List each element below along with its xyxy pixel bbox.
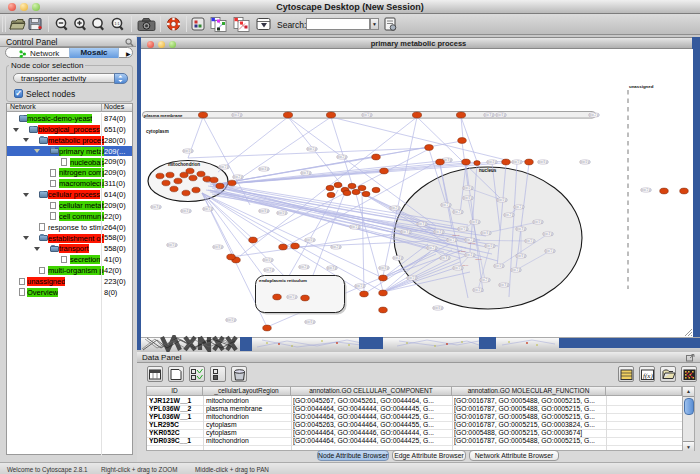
svg-text:nucleus: nucleus [479,168,497,173]
svg-text:(xxx 2 y): (xxx 2 y) [480,278,490,282]
svg-text:(xxx 6 y): (xxx 6 y) [433,306,443,310]
svg-text:(xxx 5 y): (xxx 5 y) [287,295,297,299]
svg-text:(xxx 4 y): (xxx 4 y) [487,160,497,164]
svg-text:(xxx 6 y): (xxx 6 y) [259,209,269,213]
svg-text:(xxx 2 y): (xxx 2 y) [337,155,347,159]
svg-text:(xxx 3 y): (xxx 3 y) [417,222,427,226]
svg-text:(xxx 0 y): (xxx 0 y) [226,318,236,322]
svg-text:(xxx 0 y): (xxx 0 y) [580,160,590,164]
svg-text:(xxx 6 y): (xxx 6 y) [463,196,473,200]
svg-text:(xxx 6 y): (xxx 6 y) [470,220,480,224]
svg-text:(xxx 3 y): (xxx 3 y) [301,171,311,175]
svg-text:(xxx 1 y): (xxx 1 y) [350,225,360,229]
svg-text:(xxx 1 y): (xxx 1 y) [219,165,229,169]
svg-text:(xxx 2 y): (xxx 2 y) [427,246,437,250]
svg-text:(xxx 4 y): (xxx 4 y) [379,266,389,270]
svg-text:(xxx 5 y): (xxx 5 y) [362,113,372,117]
svg-text:(xxx 4 y): (xxx 4 y) [259,167,269,171]
svg-text:(xxx 4 y): (xxx 4 y) [434,230,444,234]
svg-text:(xxx 0 y): (xxx 0 y) [305,238,315,242]
svg-text:(xxx 0 y): (xxx 0 y) [533,220,543,224]
svg-text:(xxx 5 y): (xxx 5 y) [525,239,535,243]
svg-text:(xxx 3 y): (xxx 3 y) [499,283,509,287]
svg-text:(xxx 4 y): (xxx 4 y) [465,253,475,257]
svg-text:mitochondrion: mitochondrion [168,162,200,167]
svg-text:(xxx 4 y): (xxx 4 y) [181,209,191,213]
svg-text:(xxx 0 y): (xxx 0 y) [183,149,193,153]
svg-text:(xxx 6 y): (xxx 6 y) [481,231,491,235]
svg-text:1:1: 1:1 [115,22,120,26]
svg-text:(xxx 1 y): (xxx 1 y) [641,188,651,192]
svg-text:(xxx 4 y): (xxx 4 y) [232,113,242,117]
svg-text:(xxx 2 y): (xxx 2 y) [589,113,599,117]
svg-text:(xxx 6 y): (xxx 6 y) [305,320,315,324]
svg-text:(xxx 2 y): (xxx 2 y) [504,213,514,217]
svg-text:(xxx 3 y): (xxx 3 y) [440,256,450,260]
svg-text:(xxx 0 y): (xxx 0 y) [263,258,273,262]
svg-text:plasma membrane: plasma membrane [144,113,183,118]
svg-text:(xxx 6 y): (xxx 6 y) [213,245,223,249]
svg-text:(xxx 6 y): (xxx 6 y) [538,160,548,164]
svg-text:(a bcd): (a bcd) [458,250,466,253]
svg-text:(xxx 2 y): (xxx 2 y) [390,206,400,210]
svg-text:(xxx 2 y): (xxx 2 y) [453,210,463,214]
svg-text:(xxx 5 y): (xxx 5 y) [203,207,213,211]
svg-text:unassigned: unassigned [629,84,654,89]
svg-text:(xxx 1 y): (xxx 1 y) [441,203,451,207]
svg-text:endoplasmic reticulum: endoplasmic reticulum [259,278,307,283]
svg-text:(xxx 6 y): (xxx 6 y) [516,254,526,258]
svg-text:(xxx 1 y): (xxx 1 y) [514,205,524,209]
svg-text:(xxx 2 y): (xxx 2 y) [299,265,309,269]
svg-text:(xxx 0 y): (xxx 0 y) [497,198,507,202]
svg-text:(xxx 5 y): (xxx 5 y) [545,249,555,253]
svg-text:(xxx 1 y): (xxx 1 y) [447,238,457,242]
svg-text:(xxx 3 y): (xxx 3 y) [327,266,337,270]
svg-text:(xxx 2 y): (xxx 2 y) [233,175,243,179]
svg-text:(xxx 3 y): (xxx 3 y) [401,230,411,234]
svg-text:(xxx 4 y): (xxx 4 y) [473,288,483,292]
svg-text:(xxx 3 y): (xxx 3 y) [516,227,526,231]
svg-text:(xxx 1 y): (xxx 1 y) [307,147,317,151]
svg-text:(xxx 4 y): (xxx 4 y) [543,232,553,236]
svg-text:(xxx 0 y): (xxx 0 y) [485,244,495,248]
svg-text:f(x): f(x) [643,372,653,380]
svg-text:(xxx 5 y): (xxx 5 y) [512,160,522,164]
svg-text:(xxx 3 y): (xxx 3 y) [484,113,494,117]
svg-text:(xxx 1 y): (xxx 1 y) [511,268,521,272]
svg-text:(abcd): (abcd) [475,258,482,261]
svg-text:(xxx 0 y): (xxx 0 y) [463,186,473,190]
svg-text:(xxx 1 y): (xxx 1 y) [264,268,274,272]
svg-text:(xxx 3 y): (xxx 3 y) [151,205,161,209]
svg-text:(xxx 5 y): (xxx 5 y) [167,243,177,247]
svg-text:(xxx 1 y): (xxx 1 y) [355,284,365,288]
svg-text:(xxx 4 y): (xxx 4 y) [393,256,403,260]
svg-text:(xxx 5 y): (xxx 5 y) [407,276,417,280]
svg-text:(xxx 0 y): (xxx 0 y) [494,264,504,268]
svg-text:(xxx 5 y): (xxx 5 y) [453,266,463,270]
svg-text:(xxx 6 y): (xxx 6 y) [496,113,506,117]
svg-text:(xxx 0 y): (xxx 0 y) [277,211,287,215]
svg-text:(xxx 2 y): (xxx 2 y) [331,245,341,249]
svg-text:(abc d): (abc d) [452,234,460,237]
svg-text:cytoplasm: cytoplasm [146,129,169,134]
svg-text:(xxx 1 y): (xxx 1 y) [465,238,475,242]
svg-text:(xxx 5 y): (xxx 5 y) [458,227,468,231]
